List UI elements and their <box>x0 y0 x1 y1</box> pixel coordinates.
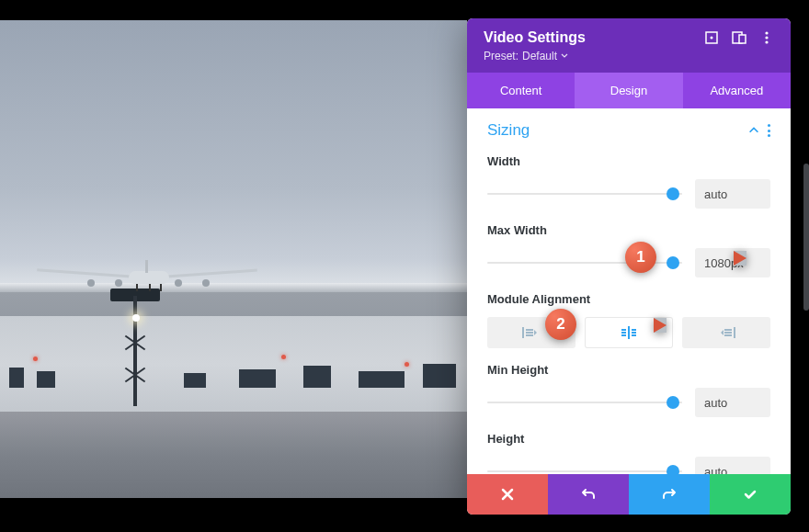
redo-button[interactable] <box>629 474 710 515</box>
check-icon <box>743 487 758 502</box>
svg-rect-3 <box>739 35 746 43</box>
svg-rect-7 <box>522 327 524 338</box>
chevron-up-icon[interactable] <box>747 124 760 137</box>
section-menu-icon[interactable] <box>768 124 770 137</box>
panel-header: Video Settings Preset: Default <box>467 18 791 73</box>
min-height-slider[interactable] <box>487 395 682 410</box>
align-center-icon <box>619 325 639 340</box>
svg-point-5 <box>765 36 768 39</box>
tab-bar: Content Design Advanced <box>467 73 791 108</box>
height-input[interactable] <box>695 457 770 474</box>
undo-icon <box>581 487 596 502</box>
svg-rect-9 <box>734 327 735 338</box>
width-input[interactable] <box>695 179 770 209</box>
align-right-icon <box>716 325 736 340</box>
svg-point-1 <box>711 37 713 40</box>
kebab-menu-icon[interactable] <box>759 30 774 45</box>
close-icon <box>500 487 515 502</box>
align-left-icon <box>521 325 541 340</box>
scrollbar-thumb[interactable] <box>803 164 809 311</box>
label-height: Height <box>487 432 770 446</box>
confirm-button[interactable] <box>710 474 791 515</box>
preset-value: Default <box>522 50 557 62</box>
label-min-height: Min Height <box>487 363 770 377</box>
label-alignment: Module Alignment <box>487 292 770 306</box>
tab-content[interactable]: Content <box>467 73 575 108</box>
label-max-width: Max Width <box>487 223 770 237</box>
height-slider[interactable] <box>487 464 682 474</box>
panel-footer <box>467 474 791 515</box>
expand-icon[interactable] <box>704 30 719 45</box>
redo-icon <box>662 487 677 502</box>
min-height-input[interactable] <box>695 388 770 417</box>
align-right-button[interactable] <box>682 317 770 348</box>
undo-button[interactable] <box>548 474 629 515</box>
preset-dropdown[interactable]: Preset: Default <box>484 50 568 62</box>
tab-advanced[interactable]: Advanced <box>683 73 791 108</box>
label-width: Width <box>487 154 770 168</box>
cancel-button[interactable] <box>467 474 548 515</box>
caret-down-icon <box>561 52 568 60</box>
tab-design[interactable]: Design <box>575 73 682 108</box>
section-title[interactable]: Sizing <box>487 121 747 140</box>
svg-point-6 <box>765 40 768 43</box>
panel-title: Video Settings <box>484 29 704 46</box>
callout-number: 2 <box>545 309 576 340</box>
width-slider[interactable] <box>487 187 682 201</box>
svg-rect-8 <box>628 326 630 339</box>
callout-2: 2 <box>545 309 586 340</box>
max-width-input[interactable] <box>695 248 770 277</box>
panel-body: Sizing Width Max Width Module Alignment <box>467 108 791 474</box>
callout-number: 1 <box>625 242 656 273</box>
svg-point-4 <box>765 31 768 34</box>
callout-1: 1 <box>625 242 666 273</box>
stage: Video Settings Preset: Default Content D… <box>0 0 809 532</box>
preset-label: Preset: <box>484 50 518 62</box>
responsive-icon[interactable] <box>732 30 746 45</box>
video-preview[interactable] <box>0 20 467 498</box>
